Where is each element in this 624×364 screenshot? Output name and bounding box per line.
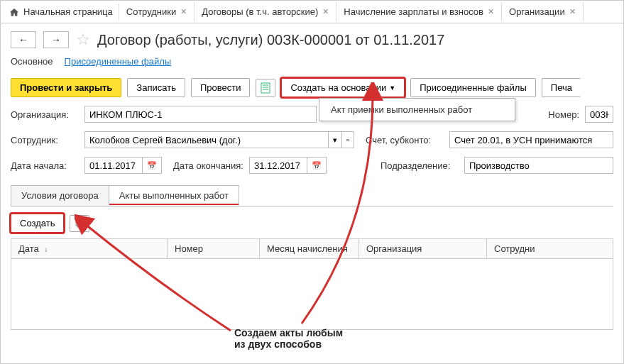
col-date[interactable]: Дата ↓ (11, 239, 168, 259)
tab-label: Сотрудники (126, 6, 176, 17)
create-based-dropdown: Акт приемки выполненных работ (319, 98, 515, 121)
print-button[interactable]: Печа (542, 78, 581, 97)
attached-files-button[interactable]: Присоединенные файлы (410, 78, 536, 97)
account-input[interactable] (449, 131, 613, 148)
svg-rect-0 (261, 83, 270, 93)
tab-item-0[interactable]: Сотрудники ✕ (119, 2, 195, 21)
col-org[interactable]: Организация (359, 239, 487, 259)
create-based-label: Создать на основании (290, 82, 386, 93)
end-date-label: Дата окончания: (173, 160, 243, 171)
employee-label: Сотрудник: (11, 135, 79, 145)
tab-toolbar: Создать (11, 214, 613, 233)
form-row-dates: Дата начала: 📅 Дата окончания: 📅 Подразд… (1, 153, 623, 178)
calendar-icon[interactable]: 📅 (307, 157, 327, 174)
form-row-org: Организация: Номер: (1, 101, 623, 127)
close-icon[interactable]: ✕ (322, 7, 329, 16)
empty-row (11, 259, 613, 330)
forward-button[interactable]: → (43, 31, 69, 48)
svg-rect-5 (77, 221, 83, 227)
dropdown-item-act[interactable]: Акт приемки выполненных работ (331, 104, 472, 115)
tab-content: Создать Дата ↓ Номер Месяц начисления Ор… (11, 206, 613, 337)
subtab-acts[interactable]: Акты выполненных работ (109, 185, 239, 206)
toolbar: Провести и закрыть Записать Провести Соз… (1, 74, 623, 101)
tab-home[interactable]: Начальная страница (4, 4, 119, 20)
copy-icon-button[interactable] (70, 215, 89, 232)
tab-item-3[interactable]: Организации ✕ (502, 2, 584, 21)
start-date-label: Дата начала: (11, 160, 79, 171)
col-number[interactable]: Номер (168, 239, 260, 259)
number-input[interactable] (585, 106, 613, 123)
tab-label: Начисление зарплаты и взносов (344, 6, 483, 17)
home-icon (9, 8, 19, 16)
page-title: Договор (работы, услуги) 00ЗК-000001 от … (97, 32, 444, 48)
sort-down-icon: ↓ (44, 246, 48, 253)
tab-label: Договоры (в т.ч. авторские) (202, 6, 318, 17)
number-label: Номер: (548, 109, 579, 120)
end-date-input[interactable] (249, 157, 307, 174)
col-employee[interactable]: Сотрудни (487, 239, 613, 259)
tab-label: Организации (509, 6, 565, 17)
tab-item-1[interactable]: Договоры (в т.ч. авторские) ✕ (195, 2, 336, 21)
form-row-employee: Сотрудник: ▾ ▫ Счет, субконто: (1, 127, 623, 153)
section-files[interactable]: Присоединенные файлы (65, 56, 172, 67)
close-icon[interactable]: ✕ (488, 7, 494, 16)
tab-home-label: Начальная страница (23, 6, 113, 17)
subtab-acts-label: Акты выполненных работ (119, 190, 229, 201)
col-month[interactable]: Месяц начисления (260, 239, 359, 259)
section-main[interactable]: Основное (11, 56, 53, 67)
annotation-text: Создаем акты любым из двух способов (234, 327, 343, 350)
calendar-icon[interactable]: 📅 (143, 157, 162, 174)
close-icon[interactable]: ✕ (180, 7, 187, 16)
report-icon-button[interactable] (256, 79, 275, 97)
org-input[interactable] (84, 106, 317, 123)
acts-table: Дата ↓ Номер Месяц начисления Организаци… (11, 238, 613, 330)
star-icon[interactable]: ☆ (76, 31, 90, 49)
create-button[interactable]: Создать (11, 214, 64, 233)
post-button[interactable]: Провести (191, 78, 251, 97)
section-nav: Основное Присоединенные файлы (1, 53, 623, 74)
chevron-down-icon: ▼ (389, 84, 395, 92)
org-label: Организация: (11, 109, 79, 120)
subtabs: Условия договора Акты выполненных работ (1, 178, 623, 206)
dept-label: Подразделение: (381, 160, 459, 171)
employee-input[interactable] (84, 131, 329, 148)
subtab-terms[interactable]: Условия договора (11, 185, 109, 206)
employee-dropdown-button[interactable]: ▾ (329, 131, 342, 148)
post-and-close-button[interactable]: Провести и закрыть (11, 78, 121, 97)
account-label: Счет, субконто: (366, 135, 444, 145)
tabbar: Начальная страница Сотрудники ✕ Договоры… (1, 1, 623, 23)
dept-input[interactable] (464, 157, 613, 174)
employee-open-button[interactable]: ▫ (342, 131, 354, 148)
start-date-input[interactable] (84, 157, 143, 174)
create-based-button[interactable]: Создать на основании ▼ (281, 78, 405, 97)
back-button[interactable]: ← (11, 31, 36, 48)
save-button[interactable]: Записать (127, 78, 185, 97)
close-icon[interactable]: ✕ (569, 7, 576, 16)
nav-row: ← → ☆ Договор (работы, услуги) 00ЗК-0000… (1, 23, 623, 53)
tab-item-2[interactable]: Начисление зарплаты и взносов ✕ (336, 2, 502, 21)
